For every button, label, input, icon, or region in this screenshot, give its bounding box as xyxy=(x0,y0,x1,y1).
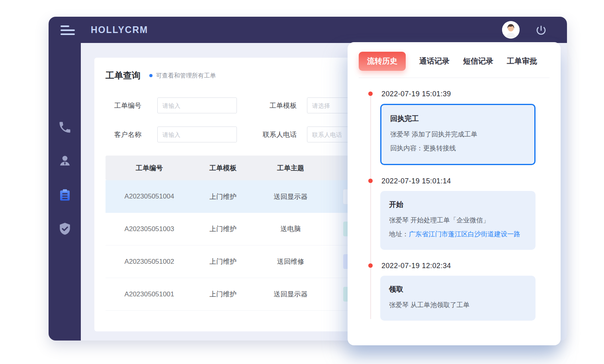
tab-approval[interactable]: 工单审批 xyxy=(507,56,537,66)
tabs-divider xyxy=(359,78,549,78)
col-header-subject: 工单主题 xyxy=(253,164,328,173)
blue-dot-icon xyxy=(149,74,152,77)
timeline-timestamp: 2022-07-19 12:02:34 xyxy=(359,262,549,270)
col-header-order-id: 工单编号 xyxy=(106,164,193,173)
red-dot-icon xyxy=(368,91,373,96)
brand-logo: HOLLYCRM xyxy=(91,25,148,35)
timeline-card-completed[interactable]: 回执完工 张爱琴 添加了回执并完成工单 回执内容：更换转接线 xyxy=(380,104,536,165)
sidebar-nav xyxy=(49,43,81,341)
page-subtitle: 可查看和管理所有工单 xyxy=(156,72,216,80)
filter-label-order-id: 工单编号 xyxy=(106,101,141,110)
timeline-entry: 2022-07-19 15:01:39 回执完工 张爱琴 添加了回执并完成工单 … xyxy=(359,90,549,165)
user-avatar[interactable] xyxy=(502,21,520,39)
red-dot-icon xyxy=(368,179,373,183)
tab-calls[interactable]: 通话记录 xyxy=(419,56,450,66)
sidebar-item-workorders[interactable] xyxy=(58,188,72,202)
address-label: 地址： xyxy=(389,227,409,241)
timeline-entry: 2022-07-19 12:02:34 领取 张爱琴 从工单池领取了工单 xyxy=(359,262,549,321)
red-dot-icon xyxy=(368,263,373,268)
tab-history[interactable]: 流转历史 xyxy=(359,52,406,71)
customer-name-input[interactable] xyxy=(157,127,237,142)
app-header: HOLLYCRM xyxy=(49,17,567,43)
workorder-detail-panel: 流转历史 通话记录 短信记录 工单审批 2022-07-19 15:01:39 … xyxy=(348,42,561,345)
timeline-card-start[interactable]: 开始 张爱琴 开始处理工单「企业微信」 地址： 广东省江门市蓬江区白沙街道建设一… xyxy=(380,191,536,250)
timeline-card-title: 领取 xyxy=(389,284,527,294)
sidebar-item-security[interactable] xyxy=(58,222,72,236)
page-title: 工单查询 xyxy=(106,70,141,82)
sidebar-item-phone[interactable] xyxy=(58,120,72,134)
power-icon[interactable] xyxy=(535,24,547,36)
history-timeline: 2022-07-19 15:01:39 回执完工 张爱琴 添加了回执并完成工单 … xyxy=(359,90,549,321)
timeline-timestamp: 2022-07-19 15:01:39 xyxy=(359,90,549,98)
col-header-template: 工单模板 xyxy=(193,164,253,173)
filter-label-customer: 客户名称 xyxy=(106,130,141,139)
filter-label-phone: 联系人电话 xyxy=(253,130,297,139)
tab-sms[interactable]: 短信记录 xyxy=(463,56,493,66)
address-link[interactable]: 广东省江门市蓬江区白沙街道建设一路 xyxy=(409,227,527,241)
timeline-card-title: 回执完工 xyxy=(390,114,526,123)
timeline-timestamp: 2022-07-19 15:01:14 xyxy=(359,177,549,185)
contacts-icon xyxy=(58,154,72,168)
order-id-input[interactable] xyxy=(157,97,237,113)
timeline-entry: 2022-07-19 15:01:14 开始 张爱琴 开始处理工单「企业微信」 … xyxy=(359,177,549,250)
filter-label-template: 工单模板 xyxy=(253,101,297,110)
workorder-clipboard-icon xyxy=(58,188,72,202)
phone-icon xyxy=(58,120,72,134)
timeline-card-claimed[interactable]: 领取 张爱琴 从工单池领取了工单 xyxy=(380,276,536,321)
timeline-card-title: 开始 xyxy=(389,200,527,209)
sidebar-item-contacts[interactable] xyxy=(58,154,72,168)
hamburger-menu-icon[interactable] xyxy=(61,25,75,35)
detail-tabs: 流转历史 通话记录 短信记录 工单审批 xyxy=(359,52,549,71)
security-shield-icon xyxy=(58,222,72,236)
